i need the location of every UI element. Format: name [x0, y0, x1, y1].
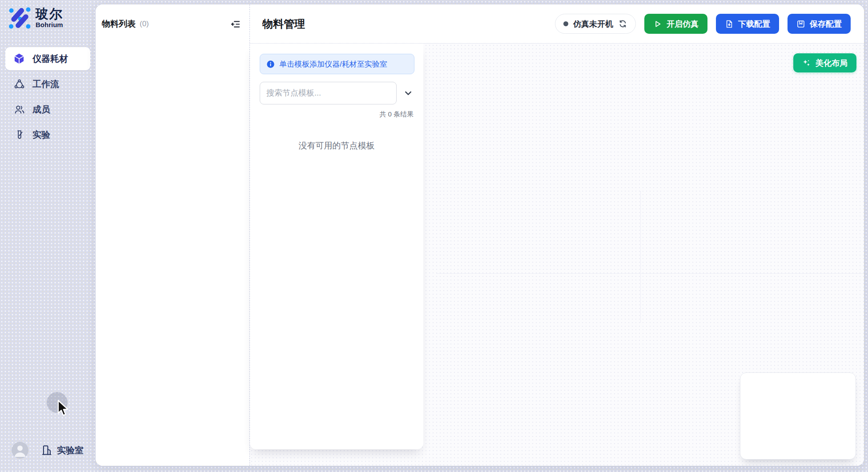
material-list-title: 物料列表 [102, 18, 136, 30]
building-icon [41, 444, 52, 456]
sidebar: 玻尔 Bohrium 仪器耗材 [0, 0, 96, 472]
start-simulation-label: 开启仿真 [667, 19, 699, 29]
info-icon [266, 60, 275, 68]
sidebar-item-lab[interactable]: 实验室 [41, 444, 84, 456]
save-config-label: 保存配置 [810, 19, 842, 29]
canvas-guide-horizontal [437, 273, 864, 274]
cube-icon [13, 53, 25, 64]
bohrium-logo-icon [8, 6, 31, 29]
template-panel: 单击模板添加仪器/耗材至实验室 共 0 条结果 没有可用的节点模板 [250, 44, 423, 449]
sidebar-item-members[interactable]: 成员 [5, 98, 90, 121]
sidebar-nav: 仪器耗材 工作流 [0, 47, 96, 148]
empty-state-text: 没有可用的节点模板 [250, 140, 423, 152]
sidebar-item-label: 成员 [32, 104, 50, 116]
file-download-icon [725, 20, 734, 28]
save-bookmark-icon [796, 20, 805, 28]
search-input[interactable] [260, 82, 397, 104]
sidebar-footer: 实验室 [12, 442, 84, 459]
status-text: 仿真未开机 [573, 19, 613, 29]
brand-subname: Bohrium [36, 21, 63, 28]
collapse-panel-icon[interactable] [230, 18, 241, 30]
hint-banner: 单击模板添加仪器/耗材至实验室 [260, 54, 414, 74]
page-title: 物料管理 [262, 17, 305, 31]
main-window: 物料列表 (0) 物料管理 仿真未开机 [96, 4, 864, 466]
test-tube-icon [13, 129, 25, 140]
users-icon [13, 104, 25, 115]
hint-banner-text: 单击模板添加仪器/耗材至实验室 [279, 59, 387, 69]
workflow-icon [13, 78, 25, 90]
canvas-guide-vertical [640, 191, 641, 323]
material-list-count: (0) [140, 20, 149, 28]
download-config-button[interactable]: 下载配置 [716, 14, 779, 34]
click-ripple [47, 392, 68, 413]
avatar[interactable] [12, 442, 28, 459]
download-config-label: 下载配置 [738, 19, 770, 29]
sidebar-item-label: 工作流 [32, 78, 59, 90]
play-icon [653, 20, 662, 28]
minimap[interactable] [740, 372, 856, 460]
sidebar-item-label: 实验 [32, 129, 50, 141]
brand-name: 玻尔 [36, 7, 63, 20]
beautify-layout-label: 美化布局 [816, 58, 848, 68]
app-root: 玻尔 Bohrium 仪器耗材 [0, 0, 868, 472]
sidebar-item-label: 仪器耗材 [32, 53, 68, 65]
sidebar-item-instruments[interactable]: 仪器耗材 [5, 47, 90, 70]
canvas-header: 物料管理 仿真未开机 [250, 4, 864, 44]
chevron-down-icon[interactable] [403, 88, 413, 98]
header-actions: 仿真未开机 [555, 14, 851, 34]
material-list-header: 物料列表 (0) [96, 4, 249, 44]
refresh-icon[interactable] [618, 19, 627, 28]
simulation-status-pill[interactable]: 仿真未开机 [555, 14, 636, 34]
material-list-panel: 物料列表 (0) [96, 4, 250, 466]
sidebar-item-workflow[interactable]: 工作流 [5, 72, 90, 96]
beautify-layout-button[interactable]: 美化布局 [793, 53, 856, 72]
sidebar-item-experiment[interactable]: 实验 [5, 123, 90, 146]
lab-label: 实验室 [57, 444, 84, 456]
search-row [260, 82, 423, 104]
save-config-button[interactable]: 保存配置 [788, 14, 851, 34]
sparkles-icon [802, 59, 811, 68]
start-simulation-button[interactable]: 开启仿真 [644, 14, 707, 34]
status-dot-icon [563, 21, 568, 26]
brand-logo[interactable]: 玻尔 Bohrium [8, 6, 63, 29]
result-count: 共 0 条结果 [250, 110, 423, 119]
